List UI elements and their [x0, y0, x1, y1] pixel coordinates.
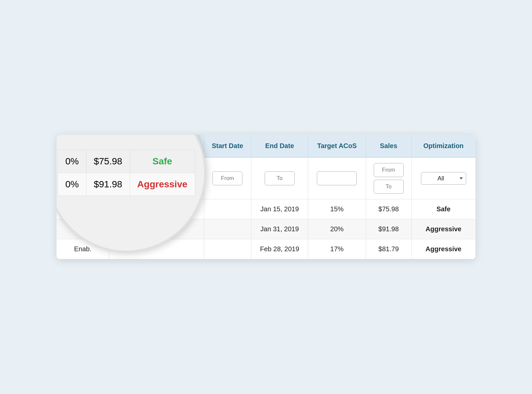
mag-cell-23: Aggressive — [130, 173, 195, 196]
col-optimization: Optimization — [411, 135, 475, 157]
start-date-from-input[interactable] — [212, 171, 242, 185]
cell-optimization-3: Aggressive — [411, 239, 475, 259]
filter-start-date[interactable] — [204, 157, 251, 199]
col-end-date: End Date — [251, 135, 308, 157]
sales-filter-group — [369, 163, 408, 194]
cell-optimization-2: Aggressive — [411, 219, 475, 239]
filter-end-date[interactable] — [251, 157, 308, 199]
cell-target-acos-2: 20% — [308, 219, 366, 239]
cell-end-date-3: Feb 28, 2019 — [251, 239, 308, 259]
magnifier-table: 0% $75.98 Safe 0% $91.98 Aggressive — [58, 150, 195, 196]
col-sales: Sales — [366, 135, 411, 157]
cell-sales-2: $91.98 — [366, 219, 411, 239]
optimization-select-wrapper[interactable]: All Safe Aggressive — [421, 172, 466, 185]
cell-end-date-1: Jan 15, 2019 — [251, 199, 308, 219]
target-acos-input[interactable] — [317, 171, 357, 185]
cell-end-date-2: Jan 31, 2019 — [251, 219, 308, 239]
optimization-select[interactable]: All Safe Aggressive — [421, 172, 466, 185]
col-target-acos: Target ACoS — [308, 135, 366, 157]
mag-cell-13: Safe — [130, 150, 195, 173]
mag-row-2: 0% $91.98 Aggressive — [58, 173, 195, 196]
mag-cell-11: 0% — [58, 150, 86, 173]
cell-start-date-3 — [204, 239, 251, 259]
mag-cell-12: $75.98 — [86, 150, 130, 173]
col-start-date: Start Date — [204, 135, 251, 157]
cell-target-acos-3: 17% — [308, 239, 366, 259]
mag-row-1: 0% $75.98 Safe — [58, 150, 195, 173]
mag-cell-22: $91.98 — [86, 173, 130, 196]
sales-to-input[interactable] — [374, 180, 404, 194]
cell-sales-3: $81.79 — [366, 239, 411, 259]
filter-optimization[interactable]: All Safe Aggressive — [411, 157, 475, 199]
filter-target-acos[interactable] — [308, 157, 366, 199]
filter-sales[interactable] — [366, 157, 411, 199]
mag-cell-21: 0% — [58, 173, 86, 196]
cell-start-date-1 — [204, 199, 251, 219]
cell-target-acos-1: 15% — [308, 199, 366, 219]
cell-sales-1: $75.98 — [366, 199, 411, 219]
main-card: Status Campaign Type Start Date End Date… — [57, 135, 475, 259]
cell-start-date-2 — [204, 219, 251, 239]
end-date-to-input[interactable] — [265, 171, 295, 185]
sales-from-input[interactable] — [374, 163, 404, 177]
cell-optimization-1: Safe — [411, 199, 475, 219]
